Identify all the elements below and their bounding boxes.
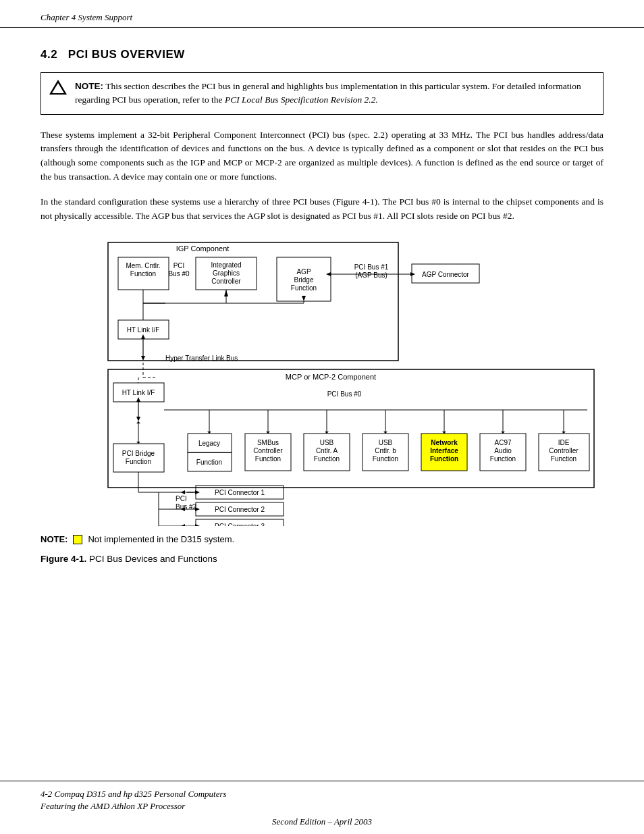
yellow-indicator bbox=[73, 535, 82, 544]
figure-caption: Figure 4-1. PCI Bus Devices and Function… bbox=[41, 554, 217, 564]
pci-bus2a: PCI bbox=[176, 495, 187, 502]
legacy-func: Function bbox=[196, 459, 222, 466]
pci-bus0-igp2: Bus #0 bbox=[168, 270, 190, 278]
figure-area: IGP Component Mem. Cntlr. Function PCI B… bbox=[41, 236, 603, 564]
agp-connector: AGP Connector bbox=[422, 271, 470, 278]
usbb2: Cntlr. b bbox=[375, 447, 396, 454]
legacy-label: Legacy bbox=[198, 440, 220, 447]
header-text: Chapter 4 System Support bbox=[41, 12, 132, 22]
section-title-text: PCI BUS OVERVIEW bbox=[68, 48, 185, 61]
ht-down-arrow bbox=[141, 356, 145, 361]
section-header: 4.2 PCI BUS OVERVIEW bbox=[41, 48, 603, 61]
warning-triangle-icon bbox=[49, 80, 67, 95]
hyper-transfer-label: Hyper Transfer Link Bus bbox=[165, 355, 238, 362]
net2: Interface bbox=[430, 447, 458, 454]
ht-link-mcp: HT Link I/F bbox=[122, 389, 155, 396]
paragraph-2: In the standard configuration these syst… bbox=[41, 195, 603, 224]
note-box: NOTE: This section describes the PCI bus… bbox=[41, 72, 603, 115]
usba2: Cntlr. A bbox=[316, 447, 338, 454]
ac972: Audio bbox=[494, 447, 512, 454]
page: Chapter 4 System Support 4.2 PCI BUS OVE… bbox=[0, 0, 644, 834]
smbus3: Function bbox=[255, 455, 281, 463]
page-footer: 4-2 Compaq D315 and hp d325 Personal Com… bbox=[0, 781, 644, 834]
footer-line2: Featuring the AMD Athlon XP Processor bbox=[41, 800, 603, 812]
ide3: Function bbox=[551, 455, 576, 463]
ide2: Controller bbox=[549, 447, 579, 454]
igc-label1: Integrated bbox=[211, 261, 241, 269]
agp-arrow bbox=[302, 296, 306, 301]
mem-ctlr-label: Mem. Cntlr. bbox=[126, 262, 160, 269]
net3: Function bbox=[430, 455, 458, 463]
net1: Network bbox=[431, 439, 458, 446]
agp-bridge3: Function bbox=[291, 284, 317, 292]
conn2-right bbox=[195, 507, 200, 511]
agp-bridge2: Bridge bbox=[294, 276, 314, 284]
pci-bus1a: PCI Bus #1 bbox=[354, 263, 389, 271]
figure-note-label: NOTE: bbox=[41, 534, 68, 544]
conn1-right bbox=[195, 490, 200, 494]
conn1-left bbox=[181, 490, 185, 494]
section-title: 4.2 PCI BUS OVERVIEW bbox=[41, 48, 185, 61]
agp-bridge1: AGP bbox=[296, 268, 311, 276]
conn3-right bbox=[195, 524, 200, 526]
ac973: Function bbox=[490, 455, 516, 463]
footer-edition: Second Edition – April 2003 bbox=[41, 816, 603, 827]
igc-arrow bbox=[224, 290, 228, 296]
smbus2: Controller bbox=[253, 447, 283, 454]
figure-caption-bold: Figure 4-1. bbox=[41, 554, 86, 564]
usba1: USB bbox=[320, 439, 334, 446]
page-header: Chapter 4 System Support bbox=[0, 0, 644, 28]
usbb3: Function bbox=[373, 455, 398, 463]
igc-label2: Graphics bbox=[213, 269, 240, 277]
pci-conn2: PCI Connector 2 bbox=[215, 506, 265, 513]
pci-conn3: PCI Connector 3 bbox=[215, 523, 265, 526]
ac971: AC97 bbox=[494, 439, 511, 446]
arrow-left-agp bbox=[326, 272, 331, 276]
igp-label: IGP Component bbox=[176, 244, 230, 253]
arrow-right-agp bbox=[410, 272, 415, 276]
pci-bridge-arrow-up bbox=[136, 421, 140, 423]
ht-up-arrow bbox=[141, 334, 145, 339]
svg-rect-0 bbox=[108, 242, 398, 361]
figure-note-text: Not implemented in the D315 system. bbox=[88, 534, 234, 544]
mcp-label: MCP or MCP-2 Component bbox=[286, 373, 376, 381]
warning-triangle-inner bbox=[52, 83, 64, 93]
ht-link-igp: HT Link I/F bbox=[127, 326, 160, 334]
paragraph-1: These systems implement a 32-bit Periphe… bbox=[41, 128, 603, 185]
usbb1: USB bbox=[379, 439, 393, 446]
pci-bus1b: (AGP Bus) bbox=[355, 271, 387, 279]
ht-mcp-down bbox=[136, 417, 140, 421]
igc-label3: Controller bbox=[211, 278, 241, 285]
svg-rect-15 bbox=[108, 369, 594, 488]
ht-mcp-up bbox=[136, 397, 140, 402]
mem-ctlr-func: Function bbox=[130, 270, 156, 278]
content-area: 4.2 PCI BUS OVERVIEW NOTE: This section … bbox=[0, 28, 644, 781]
figure-caption-text: PCI Bus Devices and Functions bbox=[86, 554, 217, 564]
figure-note: NOTE: Not implemented in the D315 system… bbox=[41, 534, 234, 544]
pci-bus-diagram: IGP Component Mem. Cntlr. Function PCI B… bbox=[41, 236, 601, 526]
pci-bus0-igp: PCI bbox=[173, 262, 185, 269]
note-italic: PCI Local Bus Specification Revision 2.2… bbox=[225, 95, 378, 105]
diagram-container: IGP Component Mem. Cntlr. Function PCI B… bbox=[41, 236, 603, 529]
smbus1: SMBus bbox=[257, 439, 279, 446]
footer-main: 4-2 Compaq D315 and hp d325 Personal Com… bbox=[41, 788, 603, 812]
pci-bridge2: Function bbox=[126, 458, 151, 465]
pci-bus0-mcp: PCI Bus #0 bbox=[327, 390, 362, 398]
pci-bridge1: PCI Bridge bbox=[122, 450, 155, 457]
note-label: NOTE: bbox=[75, 81, 103, 91]
section-number: 4.2 bbox=[41, 48, 57, 61]
usba3: Function bbox=[314, 455, 340, 463]
pci-conn1: PCI Connector 1 bbox=[215, 489, 265, 496]
footer-line1: 4-2 Compaq D315 and hp d325 Personal Com… bbox=[41, 788, 603, 800]
ide1: IDE bbox=[558, 439, 570, 446]
